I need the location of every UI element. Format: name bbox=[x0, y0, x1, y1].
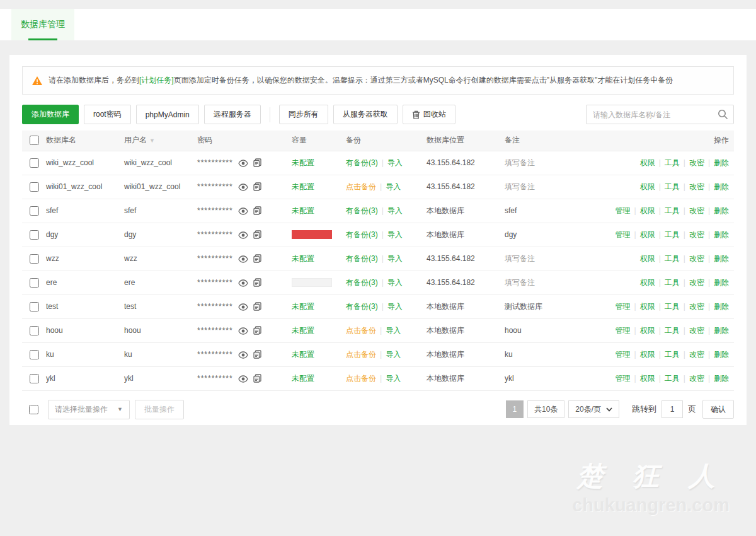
capacity-link[interactable]: 未配置 bbox=[292, 350, 314, 359]
tab-database-manage[interactable]: 数据库管理 bbox=[11, 9, 74, 40]
copy-password-icon[interactable] bbox=[253, 158, 261, 167]
row-checkbox[interactable] bbox=[30, 350, 39, 359]
show-password-icon[interactable] bbox=[238, 303, 248, 311]
row-action-link[interactable]: 工具 bbox=[665, 326, 680, 335]
show-password-icon[interactable] bbox=[238, 351, 248, 359]
row-action-link[interactable]: 权限 bbox=[640, 182, 655, 191]
row-action-link[interactable]: 权限 bbox=[640, 302, 655, 311]
remark-text[interactable]: ykl bbox=[505, 374, 514, 383]
select-all-checkbox[interactable] bbox=[30, 136, 39, 145]
row-action-link[interactable]: 管理 bbox=[616, 326, 631, 335]
import-link[interactable]: 导入 bbox=[386, 182, 401, 191]
row-action-link[interactable]: 管理 bbox=[616, 350, 631, 359]
remote-server-button[interactable]: 远程服务器 bbox=[204, 105, 261, 124]
capacity-link[interactable]: 未配置 bbox=[292, 254, 314, 263]
row-action-link[interactable]: 权限 bbox=[640, 254, 655, 263]
root-password-button[interactable]: root密码 bbox=[84, 105, 131, 124]
row-action-link[interactable]: 删除 bbox=[714, 374, 729, 383]
row-action-link[interactable]: 改密 bbox=[689, 254, 704, 263]
row-checkbox[interactable] bbox=[30, 206, 39, 216]
copy-password-icon[interactable] bbox=[253, 230, 261, 239]
remark-placeholder[interactable]: 填写备注 bbox=[505, 278, 535, 287]
row-checkbox[interactable] bbox=[30, 326, 39, 335]
import-link[interactable]: 导入 bbox=[387, 206, 403, 215]
row-action-link[interactable]: 工具 bbox=[665, 302, 680, 311]
row-action-link[interactable]: 删除 bbox=[714, 230, 729, 239]
row-action-link[interactable]: 改密 bbox=[689, 326, 704, 335]
page-size-select[interactable]: 20条/页 bbox=[568, 400, 619, 418]
capacity-link[interactable]: 未配置 bbox=[292, 182, 314, 191]
copy-password-icon[interactable] bbox=[253, 278, 261, 287]
capacity-link[interactable]: 未配置 bbox=[292, 206, 314, 215]
row-checkbox[interactable] bbox=[30, 182, 39, 192]
remark-placeholder[interactable]: 填写备注 bbox=[505, 158, 535, 167]
row-action-link[interactable]: 删除 bbox=[714, 350, 729, 359]
backup-link[interactable]: 点击备份 bbox=[346, 182, 376, 191]
row-action-link[interactable]: 权限 bbox=[640, 326, 655, 335]
capacity-link[interactable]: 未配置 bbox=[292, 326, 314, 335]
row-checkbox[interactable] bbox=[30, 254, 39, 264]
remark-placeholder[interactable]: 填写备注 bbox=[505, 254, 535, 263]
remark-text[interactable]: 测试数据库 bbox=[505, 302, 542, 311]
show-password-icon[interactable] bbox=[238, 231, 248, 239]
row-action-link[interactable]: 管理 bbox=[616, 230, 631, 239]
import-link[interactable]: 导入 bbox=[387, 230, 403, 239]
search-icon[interactable] bbox=[718, 109, 728, 122]
row-action-link[interactable]: 删除 bbox=[714, 326, 729, 335]
row-action-link[interactable]: 改密 bbox=[689, 374, 704, 383]
row-action-link[interactable]: 权限 bbox=[640, 206, 655, 215]
row-action-link[interactable]: 管理 bbox=[616, 206, 631, 215]
import-link[interactable]: 导入 bbox=[387, 302, 403, 311]
row-checkbox[interactable] bbox=[30, 374, 39, 383]
search-input[interactable] bbox=[586, 105, 734, 124]
row-action-link[interactable]: 改密 bbox=[689, 278, 704, 287]
backup-link[interactable]: 有备份(3) bbox=[346, 278, 378, 287]
import-link[interactable]: 导入 bbox=[387, 278, 403, 287]
remark-text[interactable]: sfef bbox=[505, 206, 517, 215]
copy-password-icon[interactable] bbox=[253, 254, 261, 263]
fetch-from-server-button[interactable]: 从服务器获取 bbox=[333, 105, 398, 124]
backup-link[interactable]: 有备份(3) bbox=[346, 230, 378, 239]
capacity-link[interactable]: 未配置 bbox=[292, 302, 314, 311]
row-action-link[interactable]: 删除 bbox=[714, 206, 729, 215]
row-action-link[interactable]: 删除 bbox=[714, 278, 729, 287]
sync-all-button[interactable]: 同步所有 bbox=[279, 105, 328, 124]
row-action-link[interactable]: 权限 bbox=[640, 230, 655, 239]
row-action-link[interactable]: 改密 bbox=[689, 206, 704, 215]
row-action-link[interactable]: 权限 bbox=[640, 374, 655, 383]
batch-action-select[interactable]: 请选择批量操作 ▼ bbox=[48, 400, 130, 419]
row-action-link[interactable]: 工具 bbox=[665, 350, 680, 359]
row-action-link[interactable]: 工具 bbox=[665, 278, 680, 287]
row-checkbox[interactable] bbox=[30, 230, 39, 240]
jump-page-input[interactable] bbox=[662, 400, 683, 418]
copy-password-icon[interactable] bbox=[253, 182, 261, 191]
row-checkbox[interactable] bbox=[30, 278, 39, 288]
copy-password-icon[interactable] bbox=[253, 350, 261, 359]
batch-action-button[interactable]: 批量操作 bbox=[135, 400, 184, 419]
copy-password-icon[interactable] bbox=[253, 326, 261, 335]
row-action-link[interactable]: 工具 bbox=[665, 206, 680, 215]
row-action-link[interactable]: 删除 bbox=[714, 158, 729, 167]
confirm-jump-button[interactable]: 确认 bbox=[702, 400, 734, 419]
backup-link[interactable]: 有备份(3) bbox=[346, 254, 378, 263]
backup-link[interactable]: 点击备份 bbox=[346, 350, 376, 359]
row-action-link[interactable]: 改密 bbox=[689, 158, 704, 167]
row-action-link[interactable]: 改密 bbox=[689, 182, 704, 191]
row-action-link[interactable]: 改密 bbox=[689, 350, 704, 359]
row-action-link[interactable]: 工具 bbox=[665, 254, 680, 263]
row-action-link[interactable]: 管理 bbox=[616, 374, 631, 383]
row-action-link[interactable]: 管理 bbox=[616, 302, 631, 311]
show-password-icon[interactable] bbox=[238, 255, 248, 263]
import-link[interactable]: 导入 bbox=[386, 326, 401, 335]
row-action-link[interactable]: 删除 bbox=[714, 254, 729, 263]
show-password-icon[interactable] bbox=[238, 327, 248, 335]
copy-password-icon[interactable] bbox=[253, 374, 261, 383]
import-link[interactable]: 导入 bbox=[386, 374, 401, 383]
recycle-bin-button[interactable]: 回收站 bbox=[403, 105, 455, 124]
row-action-link[interactable]: 工具 bbox=[665, 374, 680, 383]
row-action-link[interactable]: 工具 bbox=[665, 230, 680, 239]
remark-text[interactable]: dgy bbox=[505, 230, 517, 239]
footer-select-all-checkbox[interactable] bbox=[29, 405, 38, 414]
row-action-link[interactable]: 改密 bbox=[689, 302, 704, 311]
row-checkbox[interactable] bbox=[30, 158, 39, 168]
